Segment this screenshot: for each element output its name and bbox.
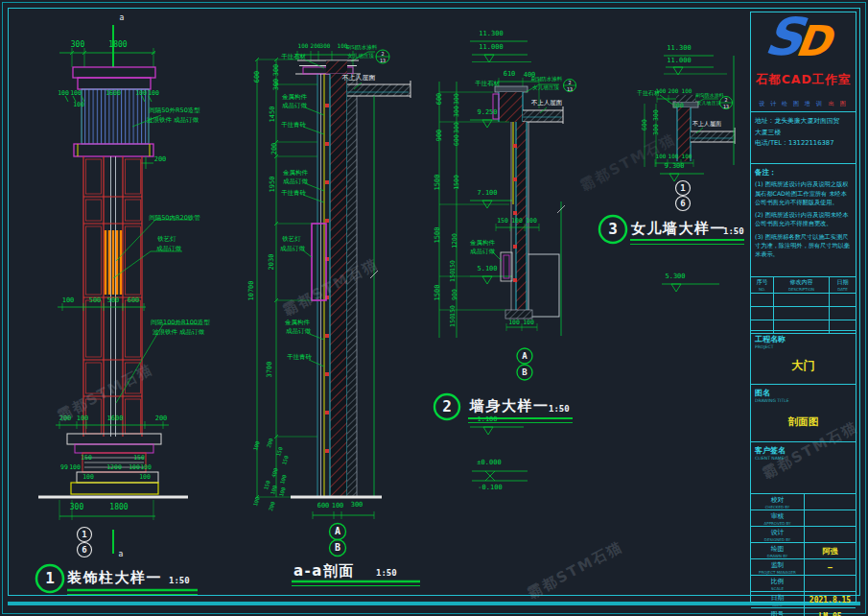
revision-cell	[751, 294, 774, 307]
signoff-value: LM-05	[805, 608, 856, 616]
detail-callout-number: 2	[724, 97, 727, 102]
signoff-row: 设计DESIGNED BY	[751, 527, 856, 543]
dim-label: 300	[672, 103, 684, 109]
phone-line: 电话/TEL：13122116387	[755, 138, 852, 150]
dim-label: 300	[351, 502, 364, 509]
dim-label: 1800	[108, 41, 127, 49]
client-label-en: CLIENT NAME	[755, 456, 852, 461]
drawing-title: 女儿墙大样一	[631, 222, 726, 236]
annotation: 干挂青砖	[287, 354, 312, 361]
dim-label: 300	[454, 93, 460, 105]
annotation: 金属构件	[283, 170, 308, 177]
annotation: 金属构件	[470, 240, 495, 247]
dim-label: 100	[656, 154, 667, 159]
revision-cell	[774, 294, 830, 307]
dim-label: 10700	[248, 280, 255, 300]
cad-sheet: a 300 1800 100 100 1600 100 100 100 200 …	[0, 0, 868, 616]
annotation: 间隔50外R50造型	[149, 107, 200, 114]
signoff-value	[805, 494, 856, 509]
annotation: 干挂石材	[475, 81, 500, 87]
notes-title: 备注：	[755, 167, 852, 178]
drawing-scale: 1:50	[376, 569, 397, 578]
tagline-services: 设 计 绘 图 培 训	[759, 100, 824, 107]
revision-cell	[751, 307, 774, 320]
notes-section: 备注： (1) 图纸所述设计内容及说明之版权属石都CAD绘图工作室所有 未经本公…	[751, 164, 856, 277]
note-item: (2) 图纸所述设计内容及说明未经本公司书面允许不得擅自更改。	[755, 210, 852, 228]
grid-bubble: B	[522, 368, 527, 377]
signoff-value	[805, 576, 856, 591]
annotation: 不上人屋面	[692, 121, 721, 127]
revision-header: 序号 NO. 修改内容 DESCRIPTION 日期 DATE	[751, 277, 856, 294]
dim-label: 100	[139, 474, 151, 481]
grid-bubble: A	[522, 352, 527, 361]
level-label: 11.300	[667, 45, 691, 52]
annotation: 不上人屋面	[531, 100, 563, 107]
dim-label: 100	[77, 415, 89, 422]
dim-label: 200	[154, 156, 167, 163]
signoff-row: 监制PROJECT MANAGER —	[751, 559, 856, 576]
studio-tagline: 设 计 绘 图 培 训 出 图	[751, 91, 856, 109]
studio-name: 石都CAD工作室	[751, 72, 856, 88]
studio-logo: D S	[751, 12, 856, 72]
section-marker-label: a	[119, 551, 124, 558]
annotation: 干挂石材	[281, 54, 306, 60]
dim-label: 300	[320, 43, 331, 49]
level-label: ±0.000	[477, 460, 501, 466]
level-label: 9.250	[477, 109, 497, 116]
dim-label: 200	[155, 415, 168, 422]
grid-bubble: 6	[680, 200, 685, 208]
dim-label: 1200	[452, 233, 458, 249]
signoff-row: 审核APPROVED BY	[751, 510, 856, 527]
dim-label: 1500	[454, 175, 460, 190]
annotation: 铁艺灯	[282, 236, 301, 243]
dim-label: 300	[454, 106, 460, 117]
annotation: 成品订做	[282, 103, 307, 109]
drawing-title: 墙身大样一	[470, 399, 550, 414]
revision-header-cell: 日期 DATE	[830, 277, 856, 294]
dim-label: 1600	[106, 90, 121, 97]
level-label: 11.000	[667, 58, 691, 64]
annotation: 女儿墙压顶	[347, 54, 374, 59]
dim-label: 600	[128, 297, 140, 304]
dim-label: 100	[73, 102, 84, 108]
dim-label: 100	[298, 43, 309, 49]
note-item: (1) 图纸所述设计内容及说明之版权属石都CAD绘图工作室所有 未经本公司书面允…	[755, 179, 852, 206]
revision-row	[751, 294, 856, 307]
level-label: 11.300	[479, 31, 503, 37]
signoff-row: 校对CHECKED BY	[751, 494, 856, 510]
annotation: 不上人屋面	[342, 75, 376, 82]
dim-label: 99	[60, 464, 68, 471]
annotation: 干挂青砖	[281, 190, 306, 197]
signoff-value	[805, 510, 856, 526]
annotation: 干挂青砖	[281, 122, 306, 129]
level-label: 5.100	[477, 266, 497, 272]
detail-number: 1	[45, 571, 55, 586]
dim-label: 1950	[270, 177, 276, 193]
dim-label: 1500	[434, 175, 441, 191]
dim-label: 1500	[434, 227, 441, 244]
cad-linework	[0, 0, 868, 616]
dim-label: 600	[436, 93, 443, 106]
dim-label: 300	[70, 504, 83, 511]
dim-label: 100	[135, 90, 147, 97]
signoff-value: 2021.8.15	[805, 592, 856, 607]
dim-label: 100	[129, 464, 140, 471]
signoff-row: 图号DRAWING No. LM-05	[751, 608, 856, 616]
drawing-title: 装饰柱大样一	[67, 571, 162, 585]
dim-label: 300	[653, 109, 660, 121]
address-line1: 地址：龙头美廉大厦对面国贸	[755, 116, 852, 128]
annotation: 波浪铁件 成品订做	[152, 329, 204, 336]
dim-label: 2030	[269, 254, 275, 271]
dim-label: 600	[254, 71, 261, 83]
detail-number: 3	[608, 222, 618, 237]
dim-label: 100	[669, 154, 679, 159]
project-label-zh: 工程名称	[755, 334, 852, 344]
dim-label: 300	[653, 124, 660, 135]
dim-label: 500	[89, 297, 102, 304]
dim-label: 150	[450, 271, 457, 282]
address-line2: 大厦三楼	[755, 128, 852, 139]
revision-table: 序号 NO. 修改内容 DESCRIPTION 日期 DATE	[751, 277, 856, 331]
annotation: 干挂石材	[637, 90, 660, 96]
dim-label: 1450	[270, 107, 276, 123]
title-block: D S 石都CAD工作室 设 计 绘 图 培 训 出 图 地址：龙头美廉大厦对面…	[750, 12, 856, 603]
